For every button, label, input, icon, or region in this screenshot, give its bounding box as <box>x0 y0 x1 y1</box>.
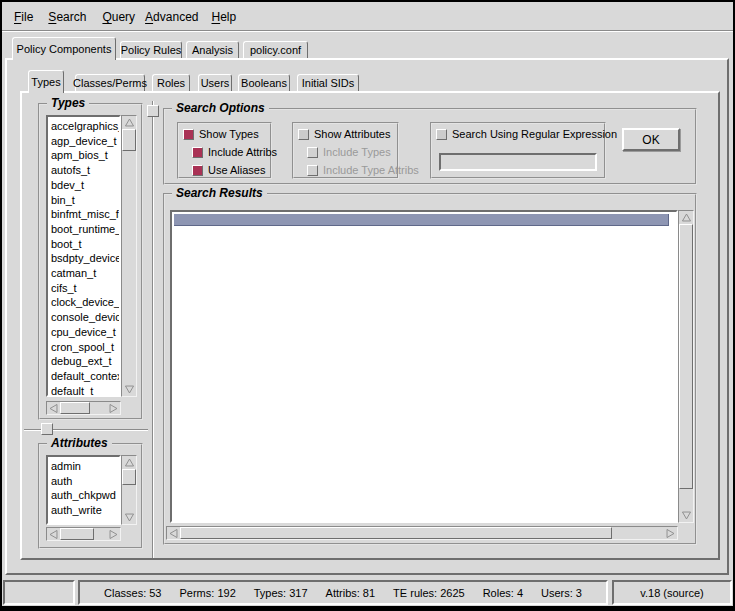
menu-help[interactable]: Help <box>211 6 236 28</box>
types-list-item[interactable]: bdev_t <box>51 178 119 193</box>
scroll-up-icon[interactable] <box>679 211 693 224</box>
attributes-list-item[interactable]: auth_write <box>51 503 119 518</box>
status-stats: Classes: 53Perms: 192Types: 317Attribs: … <box>78 580 608 605</box>
checkbox-indicator <box>192 165 203 176</box>
menu-query[interactable]: Query <box>102 6 135 28</box>
tab-analysis[interactable]: Analysis <box>186 41 239 58</box>
tab-policy-conf[interactable]: policy.conf <box>243 41 308 58</box>
horizontal-sash-handle[interactable] <box>41 423 53 435</box>
show-types-frame: Show Types Include Attribs Use Aliases <box>177 122 272 179</box>
menu-advanced[interactable]: Advanced <box>145 6 198 28</box>
types-list-item[interactable]: agp_device_t <box>51 134 119 149</box>
types-list-item[interactable]: debug_ext_t <box>51 354 119 369</box>
version-label: v.18 (source) <box>640 587 703 599</box>
checkbox-regex[interactable]: Search Using Regular Expression <box>436 127 617 141</box>
attributes-listbox[interactable]: adminauthauth_chkpwdauth_write <box>46 455 121 525</box>
regex-input[interactable] <box>439 153 597 171</box>
scroll-left-icon[interactable] <box>47 402 60 414</box>
types-list-item[interactable]: boot_t <box>51 237 119 252</box>
scroll-thumb[interactable] <box>122 469 136 485</box>
scroll-track[interactable] <box>180 527 664 539</box>
types-list-item[interactable]: catman_t <box>51 266 119 281</box>
ok-button[interactable]: OK <box>622 128 680 151</box>
checkbox-include-types[interactable]: Include Types <box>307 145 391 159</box>
checkbox-indicator <box>307 165 318 176</box>
tab-users[interactable]: Users <box>198 74 232 91</box>
types-list-item[interactable]: bin_t <box>51 193 119 208</box>
status-stat: TE rules: 2625 <box>393 587 465 599</box>
types-hscrollbar[interactable] <box>46 401 121 415</box>
tab-policy-components[interactable]: Policy Components <box>12 37 116 60</box>
scroll-thumb[interactable] <box>60 402 90 414</box>
tab-classes-perms[interactable]: Classes/Perms <box>75 74 145 91</box>
types-list-item[interactable]: default_context <box>51 369 119 384</box>
checkbox-label: Include Type Attribs <box>323 164 419 176</box>
tab-roles[interactable]: Roles <box>152 74 190 91</box>
menu-file[interactable]: File <box>14 6 33 28</box>
types-list-item[interactable]: accelgraphics_e <box>51 119 119 134</box>
scroll-thumb[interactable] <box>679 224 693 489</box>
attributes-list-item[interactable]: admin <box>51 459 119 474</box>
results-vscrollbar[interactable] <box>678 210 694 523</box>
types-list-item[interactable]: console_device <box>51 310 119 325</box>
types-list-item[interactable]: cifs_t <box>51 281 119 296</box>
scroll-right-icon[interactable] <box>664 527 677 539</box>
checkbox-indicator <box>192 147 203 158</box>
types-list-item[interactable]: boot_runtime_t <box>51 222 119 237</box>
menu-search[interactable]: Search <box>48 6 86 28</box>
types-list-item[interactable]: binfmt_misc_fs <box>51 207 119 222</box>
types-vscrollbar[interactable] <box>121 115 137 397</box>
tab-types[interactable]: Types <box>28 70 64 93</box>
types-listbox[interactable]: accelgraphics_eagp_device_tapm_bios_taut… <box>46 115 121 397</box>
vertical-sash <box>152 101 154 558</box>
scroll-up-icon[interactable] <box>122 456 136 469</box>
types-list-item[interactable]: cron_spool_t <box>51 340 119 355</box>
attributes-vscrollbar[interactable] <box>121 455 137 525</box>
tab-booleans[interactable]: Booleans <box>238 74 290 91</box>
status-stat: Types: 317 <box>254 587 308 599</box>
scroll-down-icon[interactable] <box>122 511 136 524</box>
scroll-down-icon[interactable] <box>679 509 693 522</box>
types-list-item[interactable]: apm_bios_t <box>51 148 119 163</box>
scroll-track[interactable] <box>60 402 107 414</box>
attributes-list-item[interactable]: auth_chkpwd <box>51 488 119 503</box>
scroll-track[interactable] <box>122 129 136 383</box>
scroll-track[interactable] <box>679 224 693 509</box>
scroll-track[interactable] <box>60 528 107 540</box>
checkbox-show-types[interactable]: Show Types <box>183 127 259 141</box>
scroll-right-icon[interactable] <box>107 528 120 540</box>
search-results-textarea[interactable] <box>170 210 678 523</box>
tab-policy-rules[interactable]: Policy Rules <box>120 41 182 58</box>
checkbox-show-attributes[interactable]: Show Attributes <box>298 127 390 141</box>
status-stat: Attribs: 81 <box>326 587 376 599</box>
checkbox-label: Use Aliases <box>208 164 265 176</box>
checkbox-label: Show Attributes <box>314 128 390 140</box>
status-version: v.18 (source) <box>612 580 732 605</box>
tab-initial-sids[interactable]: Initial SIDs <box>297 74 359 91</box>
checkbox-include-attribs[interactable]: Include Attribs <box>192 145 277 159</box>
scroll-thumb[interactable] <box>180 527 612 539</box>
status-stat: Users: 3 <box>541 587 582 599</box>
checkbox-include-type-attribs[interactable]: Include Type Attribs <box>307 163 419 177</box>
vertical-sash-handle[interactable] <box>147 105 159 117</box>
scroll-thumb[interactable] <box>60 528 94 540</box>
checkbox-use-aliases[interactable]: Use Aliases <box>192 163 265 177</box>
types-list-item[interactable]: cpu_device_t <box>51 325 119 340</box>
scroll-down-icon[interactable] <box>122 383 136 396</box>
attributes-list-item[interactable]: auth <box>51 474 119 489</box>
scroll-left-icon[interactable] <box>167 527 180 539</box>
scroll-thumb[interactable] <box>122 129 136 151</box>
scroll-track[interactable] <box>122 469 136 511</box>
scroll-right-icon[interactable] <box>107 402 120 414</box>
search-options-groupbox: Search Options Show Types Include Attrib… <box>163 108 697 185</box>
types-list-item[interactable]: autofs_t <box>51 163 119 178</box>
types-list-item[interactable]: bsdpty_device_ <box>51 251 119 266</box>
scroll-left-icon[interactable] <box>47 528 60 540</box>
scroll-up-icon[interactable] <box>122 116 136 129</box>
attributes-hscrollbar[interactable] <box>46 527 121 541</box>
types-list-item[interactable]: default_t <box>51 384 119 397</box>
attributes-groupbox: Attributes adminauthauth_chkpwdauth_writ… <box>38 443 143 549</box>
results-hscrollbar[interactable] <box>166 526 678 540</box>
checkbox-label: Include Types <box>323 146 391 158</box>
types-list-item[interactable]: clock_device_t <box>51 295 119 310</box>
